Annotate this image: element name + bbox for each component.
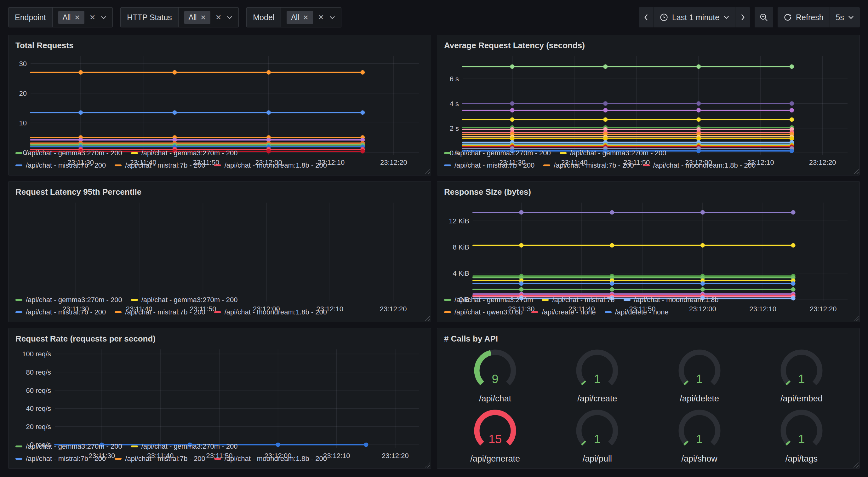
request-latency-p95-chart[interactable]: 23:11:3023:11:4023:11:5023:12:0023:12:10… <box>16 198 424 294</box>
zoom-out-button[interactable] <box>755 7 773 27</box>
data-point <box>603 64 608 69</box>
chevron-down-icon[interactable] <box>329 16 335 20</box>
average-request-latency-chart[interactable]: 23:11:3023:11:4023:11:5023:12:0023:12:10… <box>444 52 852 148</box>
legend-item[interactable]: /api/chat - gemma3:270m - 200 <box>131 296 238 304</box>
legend-series-marker <box>16 311 22 313</box>
legend-series-label: /api/chat - gemma3:270m - 200 <box>142 149 238 157</box>
legend-item[interactable]: /api/chat - mistral:7b - 200 <box>16 161 106 170</box>
chevron-right-icon <box>740 13 745 22</box>
legend-item[interactable]: /api/delete - none <box>605 308 669 316</box>
legend-series-label: /api/chat - gemma3:270m - 200 <box>142 296 238 304</box>
data-point <box>510 108 515 113</box>
legend-item[interactable]: /api/chat - gemma3:270m - 200 <box>16 296 122 304</box>
panel-resize-handle[interactable] <box>424 461 430 468</box>
panel-resize-handle[interactable] <box>852 315 859 321</box>
panel-title[interactable]: Total Requests <box>16 41 424 51</box>
legend-item[interactable]: /api/chat - gemma3:270m - 200 <box>560 149 666 157</box>
filter-model-value[interactable]: All ✕ ✕ <box>281 7 341 27</box>
legend-item[interactable]: /api/chat - mistral:7b - 200 <box>444 161 534 170</box>
filter-http-status-chip[interactable]: All ✕ <box>184 11 210 24</box>
panel-calls-by-api: # Calls by API 9/api/chat1/api/create1/a… <box>437 328 860 469</box>
legend-item[interactable]: /api/create - none <box>531 308 595 316</box>
data-point <box>610 281 614 286</box>
legend-series-marker <box>115 458 122 460</box>
panel-title[interactable]: Average Request Latency (seconds) <box>444 41 852 51</box>
refresh-group: Refresh 5s <box>778 7 860 27</box>
total-requests-chart[interactable]: 23:11:3023:11:4023:11:5023:12:0023:12:10… <box>16 52 424 148</box>
data-point <box>610 210 614 214</box>
legend-item[interactable]: /api/chat - mistral:7b - 200 <box>115 308 205 316</box>
legend-item[interactable]: /api/chat - moondream:1.8b - 200 <box>214 161 327 170</box>
panel-resize-handle[interactable] <box>852 168 859 174</box>
gauge-api-pull: 1/api/pull <box>546 405 648 465</box>
panel-resize-handle[interactable] <box>852 461 859 468</box>
time-range-picker-button[interactable]: Last 1 minute <box>653 7 735 27</box>
clear-selection-icon[interactable]: ✕ <box>215 14 221 21</box>
legend-series-marker <box>131 299 138 301</box>
refresh-interval-value: 5s <box>836 13 844 22</box>
legend-series-label: /api/chat - mistral:7b - 200 <box>125 161 205 170</box>
legend-series-label: /api/chat - moondream:1.8b - 200 <box>224 161 327 170</box>
response-size-chart[interactable]: 23:11:3023:11:4023:11:5023:12:0023:12:10… <box>444 198 852 294</box>
svg-text:40 req/s: 40 req/s <box>26 405 51 412</box>
data-point <box>519 210 523 214</box>
chevron-down-icon[interactable] <box>226 16 233 20</box>
filter-endpoint-chip[interactable]: All ✕ <box>58 11 84 24</box>
legend-item[interactable]: /api/chat - mistral:7b <box>542 296 615 304</box>
legend-item[interactable]: /api/chat - mistral:7b - 200 <box>115 161 205 170</box>
legend-item[interactable]: /api/chat - gemma3:270m - 200 <box>16 442 122 450</box>
legend-item[interactable]: /api/chat - qwen3:0.6b <box>444 308 523 316</box>
legend-item[interactable]: /api/chat - moondream:1.8b <box>624 296 719 304</box>
panel-resize-handle[interactable] <box>424 168 430 174</box>
legend-item[interactable]: /api/chat - gemma3:270m - 200 <box>131 149 238 157</box>
chip-remove-icon[interactable]: ✕ <box>200 14 206 21</box>
panel-resize-handle[interactable] <box>424 315 430 321</box>
filter-http-status-value[interactable]: All ✕ ✕ <box>179 7 239 27</box>
legend-item[interactable]: /api/chat - mistral:7b - 200 <box>115 455 205 463</box>
request-rate-chart[interactable]: 23:11:3023:11:4023:11:5023:12:0023:12:10… <box>16 345 424 441</box>
legend-series-label: /api/chat - mistral:7b - 200 <box>26 161 106 170</box>
data-point <box>519 287 523 292</box>
legend-item[interactable]: /api/chat - mistral:7b - 200 <box>543 161 634 170</box>
legend-series-marker <box>214 458 221 460</box>
legend-item[interactable]: /api/chat - moondream:1.8b - 200 <box>643 161 755 170</box>
legend-item[interactable]: /api/chat - moondream:1.8b - 200 <box>214 308 327 316</box>
panel-title[interactable]: Response Size (bytes) <box>444 187 852 197</box>
panel-title[interactable]: # Calls by API <box>444 334 852 344</box>
legend-item[interactable]: /api/chat - mistral:7b - 200 <box>16 308 106 316</box>
legend-item[interactable]: /api/chat - moondream:1.8b - 200 <box>214 455 327 463</box>
chip-remove-icon[interactable]: ✕ <box>303 14 309 21</box>
panel-title[interactable]: Request Latency 95th Percentile <box>16 187 424 197</box>
chip-remove-icon[interactable]: ✕ <box>74 14 80 21</box>
refresh-button[interactable]: Refresh <box>778 7 830 27</box>
clear-selection-icon[interactable]: ✕ <box>89 14 95 21</box>
gauge-label: /api/chat <box>479 394 511 404</box>
legend-item[interactable]: /api/chat - gemma3:270m - 200 <box>131 442 238 450</box>
panel-total-requests: Total Requests 23:11:3023:11:4023:11:502… <box>8 35 431 176</box>
legend-series-label: /api/delete - none <box>615 308 669 316</box>
chevron-down-icon <box>723 16 729 19</box>
svg-text:80 req/s: 80 req/s <box>26 368 51 376</box>
legend-row: /api/chat - gemma3:270m - 200/api/chat -… <box>16 149 424 157</box>
time-range-label: Last 1 minute <box>672 13 719 22</box>
legend-item[interactable]: /api/chat - mistral:7b - 200 <box>16 455 106 463</box>
clear-selection-icon[interactable]: ✕ <box>318 14 324 21</box>
calls-by-api-gauges: 9/api/chat1/api/create1/api/delete1/api/… <box>444 345 852 465</box>
panel-title[interactable]: Request Rate (requests per second) <box>16 334 424 344</box>
legend-series-marker <box>624 299 630 301</box>
chip-value: All <box>291 13 299 22</box>
filter-endpoint-value[interactable]: All ✕ ✕ <box>53 7 113 27</box>
data-point <box>791 243 796 248</box>
time-shift-forward-button[interactable] <box>735 7 750 27</box>
chevron-down-icon[interactable] <box>100 16 107 20</box>
legend-item[interactable]: /api/chat - gemma3:270m <box>444 296 533 304</box>
filter-model-chip[interactable]: All ✕ <box>287 11 313 24</box>
panel-average-request-latency: Average Request Latency (seconds) 23:11:… <box>437 35 860 176</box>
legend-item[interactable]: /api/chat - gemma3:270m - 200 <box>444 149 551 157</box>
legend-item[interactable]: /api/chat - gemma3:270m - 200 <box>16 149 122 157</box>
time-shift-back-button[interactable] <box>639 7 653 27</box>
legend-series-marker <box>543 165 550 166</box>
refresh-interval-button[interactable]: 5s <box>830 7 860 27</box>
data-point <box>79 110 83 115</box>
legend-series-marker <box>16 446 22 447</box>
